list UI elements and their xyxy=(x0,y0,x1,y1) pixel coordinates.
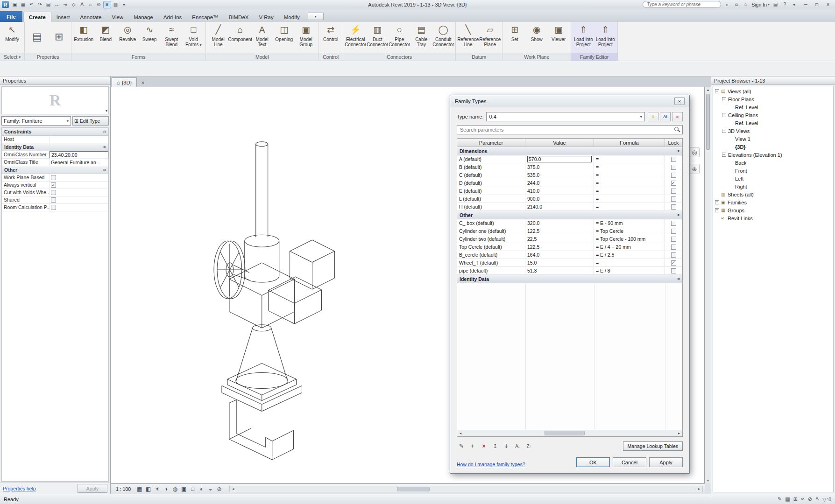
tree-item-ref-level[interactable]: Ref. Level xyxy=(713,103,833,111)
zoom-icon[interactable]: ⊕ xyxy=(689,164,700,174)
param-row-cylinder-one-default[interactable]: Cylinder one (default)122.5= Top Cercle xyxy=(457,227,682,235)
sort-desc-icon[interactable]: Z↑ xyxy=(524,442,533,450)
tab-view[interactable]: View xyxy=(106,12,128,22)
lock-checkbox[interactable] xyxy=(671,189,676,194)
table-horizontal-scrollbar[interactable]: ◄ ► xyxy=(457,430,682,436)
switch-windows-icon[interactable]: ▥ xyxy=(112,1,120,8)
param-row-pipe-default[interactable]: pipe (default)51.3= E / 8 xyxy=(457,267,682,275)
dialog-section-dimensions[interactable]: Dimensions» xyxy=(457,147,682,155)
reference-line-button[interactable]: ╲Reference Line xyxy=(457,23,479,47)
tree-item-views-all[interactable]: −▤Views (all) xyxy=(713,87,833,95)
workset-icon[interactable]: ▦ xyxy=(785,496,790,502)
param-formula[interactable]: = Top Cercle xyxy=(594,227,665,235)
lock-checkbox[interactable] xyxy=(671,181,676,186)
detail-level-icon[interactable]: ▦ xyxy=(135,485,144,493)
param-value[interactable]: 122.5 xyxy=(525,243,594,251)
param-row-b-default[interactable]: B (default)375.0= xyxy=(457,163,682,171)
unlocked-view-icon[interactable]: ⊘ xyxy=(215,485,224,493)
new-type-icon[interactable]: + xyxy=(648,112,658,121)
swept-blend-button[interactable]: ≈Swept Blend xyxy=(161,23,182,47)
param-row-top-cercle-default[interactable]: Top Cercle (default)122.5= E / 4 + 20 mm xyxy=(457,243,682,251)
temporary-hide-icon[interactable]: ◐ xyxy=(197,485,206,493)
delete-parameter-icon[interactable]: × xyxy=(479,442,488,450)
pipe-connector-button[interactable]: ○Pipe Connector xyxy=(389,23,410,47)
tree-item-groups[interactable]: +▦Groups xyxy=(713,206,833,214)
column-header-lock[interactable]: Lock xyxy=(665,139,682,147)
signin-button[interactable]: Sign In ▾ xyxy=(751,2,770,7)
prop-value[interactable]: 23.40.20.00 xyxy=(50,151,108,158)
checkbox[interactable] xyxy=(51,190,56,195)
new-parameter-icon[interactable]: + xyxy=(468,442,477,450)
collapse-icon[interactable]: − xyxy=(722,153,726,157)
scrollbar-track[interactable] xyxy=(236,486,696,492)
tree-item-front[interactable]: Front xyxy=(713,167,833,175)
param-value[interactable]: 375.0 xyxy=(525,163,594,171)
lock-checkbox[interactable] xyxy=(671,221,676,226)
duct-connector-button[interactable]: ▥Duct Connector xyxy=(367,23,388,47)
chevron-up-icon[interactable]: » xyxy=(102,168,107,171)
param-row-a-default[interactable]: A (default)570.0= xyxy=(457,155,682,163)
properties-help-link[interactable]: Properties help xyxy=(3,486,36,491)
tab-add-ins[interactable]: Add-Ins xyxy=(158,12,187,22)
ok-button[interactable]: OK xyxy=(576,457,610,467)
scroll-left-arrow[interactable]: ◄ xyxy=(457,432,464,435)
text-icon[interactable]: A xyxy=(78,1,86,8)
show-button[interactable]: ◉Show xyxy=(526,23,547,42)
param-value[interactable]: 535.0 xyxy=(525,171,594,179)
param-value[interactable]: 2140.0 xyxy=(525,203,594,210)
opening-button[interactable]: ◫Opening xyxy=(273,23,295,42)
electrical-connector-button[interactable]: ⚡Electrical Connector xyxy=(345,23,366,47)
scrollbar-thumb[interactable] xyxy=(545,431,585,435)
value-editbox[interactable]: 570.0 xyxy=(527,156,592,162)
signin-person-icon[interactable]: ☺ xyxy=(732,1,740,8)
search-binoculars-icon[interactable]: ⌕ xyxy=(723,1,731,8)
project-browser-header[interactable]: Project Browser - 1-13 xyxy=(711,77,835,85)
scroll-up-arrow[interactable]: ▲ xyxy=(705,87,711,93)
measure-icon[interactable]: ↔ xyxy=(53,1,61,8)
set-button[interactable]: ⊞Set xyxy=(504,23,525,42)
visual-style-icon[interactable]: ◧ xyxy=(144,485,153,493)
param-formula[interactable]: = xyxy=(594,203,665,210)
param-row-l-default[interactable]: L (default)900.0= xyxy=(457,195,682,203)
aligned-dimension-icon[interactable]: ⇥ xyxy=(61,1,69,8)
sun-path-icon[interactable]: ☀ xyxy=(153,485,162,493)
minimize-icon[interactable]: ─ xyxy=(800,1,811,8)
crop-view-icon[interactable]: ▣ xyxy=(179,485,188,493)
viewer-button[interactable]: ▣Viewer xyxy=(548,23,569,42)
revolve-button[interactable]: ◎Revolve xyxy=(117,23,138,42)
tag-icon[interactable]: ◇ xyxy=(70,1,78,8)
rendering-icon[interactable]: ◍ xyxy=(170,485,179,493)
save-icon[interactable]: ▦ xyxy=(19,1,27,8)
scrollbar-track[interactable] xyxy=(464,430,676,436)
lock-checkbox[interactable] xyxy=(671,229,676,234)
component-button[interactable]: ⌂Component xyxy=(229,23,251,42)
dropdown-arrow-icon[interactable]: ▾ xyxy=(790,1,798,8)
exclusion-icon[interactable]: ⊘ xyxy=(808,496,812,502)
param-formula[interactable]: = xyxy=(594,179,665,187)
param-formula[interactable]: = xyxy=(594,155,665,163)
type-preview[interactable]: R ▾ xyxy=(1,86,109,114)
view-tab-3d[interactable]: ⌂ {3D} xyxy=(112,77,137,87)
collapse-icon[interactable]: − xyxy=(722,97,726,101)
prop-row-host[interactable]: Host xyxy=(2,136,108,143)
thin-lines-icon[interactable]: ≡ xyxy=(103,1,111,8)
props-section-constraints[interactable]: Constraints» xyxy=(2,128,108,136)
apply-button[interactable]: Apply xyxy=(78,484,107,493)
param-formula[interactable]: = xyxy=(594,171,665,179)
editable-only-icon[interactable]: ✎ xyxy=(778,496,782,502)
edit-type-button[interactable]: ⊞ Edit Type xyxy=(72,116,109,126)
tree-item-families[interactable]: +▣Families xyxy=(713,198,833,206)
type-name-select[interactable]: 0.4 ▾ xyxy=(486,112,645,121)
cart-icon[interactable]: ▤ xyxy=(771,1,779,8)
lock-checkbox[interactable] xyxy=(671,196,676,202)
model-line-button[interactable]: ╱Model Line xyxy=(207,23,229,47)
checkbox[interactable] xyxy=(51,182,56,188)
prop-row-always-vertical[interactable]: Always vertical xyxy=(2,182,108,189)
checkbox[interactable] xyxy=(51,175,56,180)
selection-filter[interactable]: ▽:0 xyxy=(822,497,831,502)
reference-plane-button[interactable]: ▱Reference Plane xyxy=(479,23,501,47)
parameter-search-input[interactable] xyxy=(457,125,683,134)
scroll-down-arrow[interactable]: ▼ xyxy=(705,477,711,483)
lock-checkbox[interactable] xyxy=(671,204,676,210)
dialog-close-button[interactable]: × xyxy=(674,97,685,105)
